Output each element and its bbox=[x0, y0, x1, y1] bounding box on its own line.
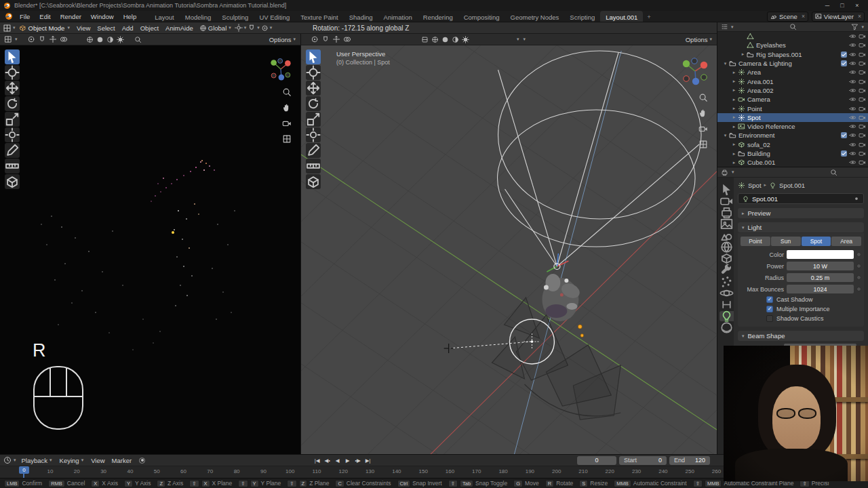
camera-icon[interactable] bbox=[859, 141, 866, 148]
camera-icon[interactable] bbox=[859, 131, 866, 139]
eye-icon[interactable] bbox=[849, 131, 856, 139]
eye-icon[interactable] bbox=[849, 60, 856, 67]
tool-rotate[interactable] bbox=[5, 96, 20, 111]
overlays-icon[interactable] bbox=[60, 35, 68, 43]
tool-annotate[interactable] bbox=[5, 143, 20, 158]
tool-move[interactable] bbox=[306, 81, 321, 96]
outliner-item-camera[interactable]: ▸Camera bbox=[717, 95, 868, 104]
shade-material-icon[interactable] bbox=[452, 36, 459, 43]
properties-tab-view-layer[interactable] bbox=[719, 219, 734, 229]
disclosure-arrow[interactable]: ▸ bbox=[730, 124, 738, 129]
menu-edit[interactable]: Edit bbox=[35, 13, 55, 20]
outliner-item-point[interactable]: ▸Point bbox=[717, 104, 868, 113]
tool-tweak[interactable] bbox=[5, 49, 20, 64]
properties-tab-object[interactable] bbox=[719, 253, 734, 264]
eye-icon[interactable] bbox=[849, 141, 856, 148]
outliner-item-cube-001[interactable]: ▸Cube.001 bbox=[717, 158, 868, 167]
next-keyframe-button[interactable]: •▶ bbox=[353, 456, 362, 465]
3d-viewport-body[interactable]: User Perspective (0) Collection | Spot bbox=[301, 45, 717, 454]
outliner-item-area-001[interactable]: ▸Area.001 bbox=[717, 77, 868, 85]
search-icon[interactable] bbox=[830, 169, 837, 176]
eye-icon[interactable] bbox=[849, 114, 856, 121]
workspace-tab-compositing[interactable]: Compositing bbox=[458, 11, 505, 22]
tool-measure[interactable] bbox=[5, 159, 20, 174]
hand-icon[interactable] bbox=[282, 103, 292, 113]
eye-icon[interactable] bbox=[849, 159, 856, 166]
camera-icon[interactable] bbox=[859, 78, 866, 85]
maximize-button[interactable]: □ bbox=[835, 2, 850, 9]
disclosure-arrow[interactable]: ▸ bbox=[730, 115, 738, 120]
light-type-spot[interactable]: Spot bbox=[802, 237, 831, 246]
fake-user-icon[interactable] bbox=[853, 195, 860, 202]
proportional-icon[interactable] bbox=[27, 35, 35, 43]
jump-end-button[interactable]: ▶| bbox=[363, 456, 372, 465]
breadcrumb-data[interactable]: Spot.001 bbox=[779, 182, 805, 189]
options-dropdown[interactable]: Options ▾ bbox=[686, 36, 713, 43]
outliner-item-eyelashes[interactable]: Eyelashes bbox=[717, 41, 868, 49]
exclude-checkbox[interactable] bbox=[841, 60, 847, 66]
rendered-view-body[interactable]: R bbox=[0, 45, 300, 454]
eye-icon[interactable] bbox=[849, 33, 856, 40]
camera-icon[interactable] bbox=[698, 124, 708, 134]
shade-solid-icon[interactable] bbox=[96, 36, 104, 43]
outliner-item-rig-shapes-001[interactable]: ▸Rig Shapes.001 bbox=[717, 50, 868, 59]
tool-add-cube[interactable] bbox=[306, 174, 321, 189]
properties-tab-object-data[interactable] bbox=[719, 311, 734, 321]
properties-tab-output[interactable] bbox=[719, 207, 734, 218]
disclosure-arrow[interactable]: ▸ bbox=[730, 142, 738, 147]
disclosure-arrow[interactable]: ▸ bbox=[730, 160, 738, 165]
properties-tab-material[interactable] bbox=[719, 323, 734, 333]
datablock-name-field[interactable]: Spot.001 bbox=[738, 193, 864, 204]
start-frame-field[interactable]: Start 0 bbox=[619, 456, 667, 465]
blender-menu-icon[interactable] bbox=[5, 12, 13, 20]
filter-icon[interactable] bbox=[851, 23, 859, 30]
viewlayer-remove-icon[interactable]: × bbox=[856, 13, 861, 20]
viewport-menu-animaide[interactable]: AnimAide bbox=[162, 24, 197, 32]
workspace-tab-shading[interactable]: Shading bbox=[344, 11, 378, 22]
outliner-item-camera-lighting[interactable]: ▾Camera & Lighting bbox=[717, 59, 868, 68]
viewport-menu-add[interactable]: Add bbox=[119, 24, 137, 32]
disclosure-arrow[interactable]: ▾ bbox=[722, 133, 729, 138]
magnet-icon[interactable] bbox=[38, 35, 46, 43]
outliner-item-area-002[interactable]: ▸Area.002 bbox=[717, 86, 868, 95]
tool-cursor[interactable] bbox=[306, 65, 321, 80]
disclosure-arrow[interactable]: ▸ bbox=[730, 79, 738, 84]
properties-tab-world[interactable] bbox=[719, 242, 734, 252]
exclude-checkbox[interactable] bbox=[841, 52, 847, 58]
camera-icon[interactable] bbox=[859, 123, 866, 130]
overlays-icon[interactable] bbox=[343, 35, 351, 43]
search-icon[interactable] bbox=[134, 36, 142, 43]
menu-help[interactable]: Help bbox=[119, 13, 142, 20]
eye-icon[interactable] bbox=[849, 68, 856, 76]
workspace-tab-uv-editing[interactable]: UV Editing bbox=[254, 11, 295, 22]
menu-file[interactable]: File bbox=[15, 13, 35, 20]
camera-icon[interactable] bbox=[859, 150, 866, 157]
snap-magnet-icon[interactable] bbox=[248, 24, 256, 32]
grid-icon[interactable] bbox=[282, 134, 292, 144]
camera-icon[interactable] bbox=[282, 119, 292, 128]
scene-unlink-icon[interactable]: × bbox=[800, 13, 805, 20]
tool-cursor[interactable] bbox=[5, 65, 20, 80]
auto-keyframe-button[interactable] bbox=[139, 458, 145, 464]
outliner-item-building[interactable]: ▸Building bbox=[717, 149, 868, 158]
minimize-button[interactable]: ─ bbox=[820, 2, 835, 9]
outliner-item-spot[interactable]: ▸Spot bbox=[717, 113, 868, 122]
shade-wire-icon[interactable] bbox=[431, 36, 439, 43]
workspace-tab-geometry-nodes[interactable]: Geometry Nodes bbox=[505, 11, 565, 22]
current-frame-field[interactable]: 0 bbox=[577, 456, 616, 465]
properties-tab-modifiers[interactable] bbox=[719, 265, 734, 275]
properties-tab-render[interactable] bbox=[719, 196, 734, 206]
timeline-menu-view[interactable]: View bbox=[87, 457, 108, 464]
properties-tab-constraints[interactable] bbox=[719, 300, 734, 310]
disclosure-arrow[interactable]: ▸ bbox=[730, 106, 738, 111]
checkbox[interactable] bbox=[766, 315, 773, 322]
workspace-tab-modeling[interactable]: Modeling bbox=[180, 11, 217, 22]
viewport-editor-icon[interactable] bbox=[4, 35, 12, 43]
navigation-gizmo[interactable] bbox=[268, 56, 294, 82]
eye-icon[interactable] bbox=[849, 51, 856, 58]
camera-icon[interactable] bbox=[859, 96, 866, 103]
magnet-icon[interactable] bbox=[321, 35, 330, 43]
eye-icon[interactable] bbox=[849, 150, 856, 157]
magnifier-icon[interactable] bbox=[698, 93, 708, 102]
max-bounces-field[interactable]: 1024 bbox=[787, 285, 854, 293]
